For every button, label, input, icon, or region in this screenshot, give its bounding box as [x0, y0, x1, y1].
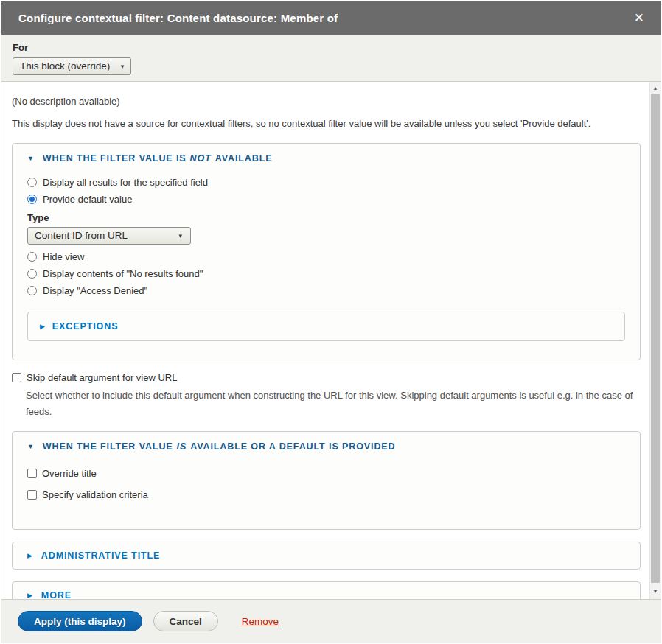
cancel-button[interactable]: Cancel [153, 611, 218, 631]
fieldset-filter-available: ▼ WHEN THE FILTER VALUE IS AVAILABLE OR … [12, 431, 641, 530]
collapse-arrow-icon: ▶ [27, 552, 33, 559]
scroll-up-icon[interactable]: ▲ [650, 83, 661, 94]
scrollbar-thumb[interactable] [651, 94, 660, 583]
checkbox-row-override-title: Override title [27, 468, 625, 479]
radio-hide-view[interactable] [27, 252, 37, 262]
legend-text: WHEN THE FILTER VALUE IS [43, 153, 187, 164]
checkbox-label[interactable]: Skip default argument for view URL [27, 372, 177, 383]
collapse-arrow-icon: ▼ [27, 443, 35, 450]
legend-text: WHEN THE FILTER VALUE [43, 441, 173, 452]
legend-more[interactable]: ▶ MORE [27, 590, 625, 599]
for-display-select-value: This block (override) [20, 60, 110, 71]
checkbox-row-validation: Specify validation criteria [27, 489, 625, 500]
legend-emphasis: NOT [190, 153, 212, 164]
default-type-select[interactable]: Content ID from URL ▾ [27, 227, 191, 245]
checkbox-label[interactable]: Override title [42, 468, 97, 479]
scroll-down-icon[interactable]: ▼ [650, 586, 661, 597]
radio-display-all[interactable] [27, 178, 37, 187]
legend-filter-available[interactable]: ▼ WHEN THE FILTER VALUE IS AVAILABLE OR … [27, 441, 625, 452]
type-label: Type [27, 212, 625, 223]
collapse-arrow-icon: ▶ [27, 592, 33, 599]
dialog-titlebar: Configure contextual filter: Content dat… [1, 1, 661, 35]
for-display-select[interactable]: This block (override) ▾ [13, 57, 131, 75]
radio-row-access-denied: Display "Access Denied" [27, 285, 625, 296]
no-description-text: (No description available) [12, 94, 641, 109]
fieldset-filter-not-available: ▼ WHEN THE FILTER VALUE IS NOT AVAILABLE… [12, 143, 641, 360]
for-label: For [13, 42, 649, 53]
radio-row-hide-view: Hide view [27, 251, 625, 262]
skip-default-description: Select whether to include this default a… [26, 388, 638, 419]
radio-label[interactable]: Display all results for the specified fi… [43, 177, 208, 188]
legend-filter-not-available[interactable]: ▼ WHEN THE FILTER VALUE IS NOT AVAILABLE [27, 153, 625, 164]
collapse-arrow-icon: ▶ [40, 323, 46, 330]
radio-row-provide-default: Provide default value [27, 194, 625, 205]
vertical-scrollbar[interactable]: ▲ ▼ [649, 82, 661, 599]
legend-text: AVAILABLE [215, 153, 273, 164]
apply-button[interactable]: Apply (this display) [18, 611, 142, 631]
dialog-body: (No description available) This display … [1, 82, 661, 599]
legend-text: AVAILABLE OR A DEFAULT IS PROVIDED [190, 441, 395, 452]
collapse-arrow-icon: ▼ [27, 155, 35, 162]
radio-provide-default[interactable] [27, 195, 37, 204]
select-arrow-icon: ▾ [121, 63, 125, 70]
checkbox-label[interactable]: Specify validation criteria [42, 489, 148, 500]
checkbox-specify-validation[interactable] [27, 490, 37, 500]
display-note-text: This display does not have a source for … [12, 116, 641, 131]
skip-default-row: Skip default argument for view URL [12, 372, 641, 383]
fieldset-more: ▶ MORE [12, 581, 641, 599]
legend-text: EXCEPTIONS [52, 321, 119, 332]
radio-label[interactable]: Provide default value [43, 194, 132, 205]
checkbox-override-title[interactable] [27, 469, 37, 478]
radio-access-denied[interactable] [27, 286, 37, 295]
checkbox-skip-default[interactable] [12, 373, 21, 382]
legend-emphasis: IS [177, 441, 187, 452]
fieldset-exceptions: ▶ EXCEPTIONS [27, 312, 625, 341]
radio-label[interactable]: Display contents of "No results found" [43, 268, 203, 279]
default-type-select-value: Content ID from URL [35, 230, 128, 241]
close-icon[interactable]: ✕ [631, 10, 647, 26]
remove-link[interactable]: Remove [242, 616, 279, 627]
select-arrow-icon: ▾ [178, 232, 182, 239]
legend-text: ADMINISTRATIVE TITLE [41, 550, 161, 561]
radio-row-no-results: Display contents of "No results found" [27, 268, 625, 279]
radio-row-display-all: Display all results for the specified fi… [27, 177, 625, 188]
dialog-title: Configure contextual filter: Content dat… [18, 12, 631, 24]
for-section: For This block (override) ▾ [1, 35, 661, 82]
dialog-body-content: (No description available) This display … [1, 82, 649, 599]
fieldset-administrative-title: ▶ ADMINISTRATIVE TITLE [12, 542, 641, 570]
dialog-footer: Apply (this display) Cancel Remove [1, 599, 661, 643]
radio-label[interactable]: Hide view [43, 251, 84, 262]
radio-label[interactable]: Display "Access Denied" [43, 285, 147, 296]
legend-text: MORE [41, 590, 72, 599]
radio-no-results[interactable] [27, 269, 37, 279]
configure-contextual-filter-dialog: Configure contextual filter: Content dat… [1, 1, 661, 643]
legend-administrative-title[interactable]: ▶ ADMINISTRATIVE TITLE [27, 550, 625, 561]
legend-exceptions[interactable]: ▶ EXCEPTIONS [40, 321, 613, 332]
